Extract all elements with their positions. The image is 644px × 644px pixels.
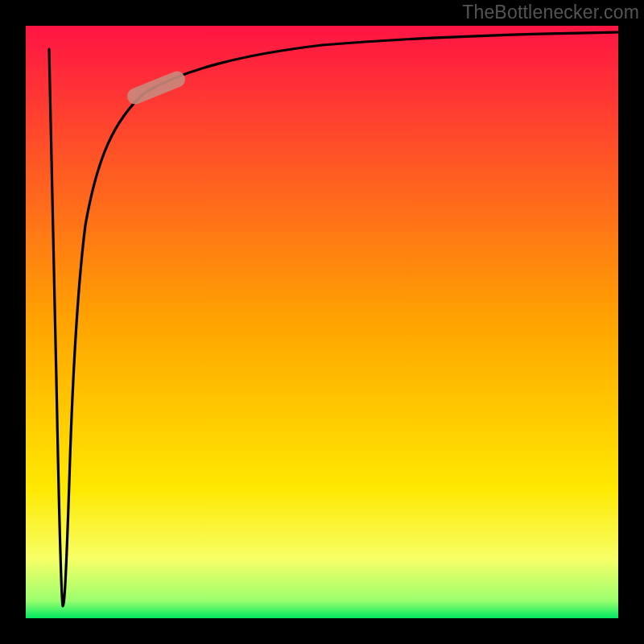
plot-background: [26, 26, 618, 618]
attribution-label: TheBottlenecker.com: [462, 2, 639, 23]
chart-stage: TheBottlenecker.com: [0, 0, 644, 644]
chart-svg: [0, 0, 644, 644]
